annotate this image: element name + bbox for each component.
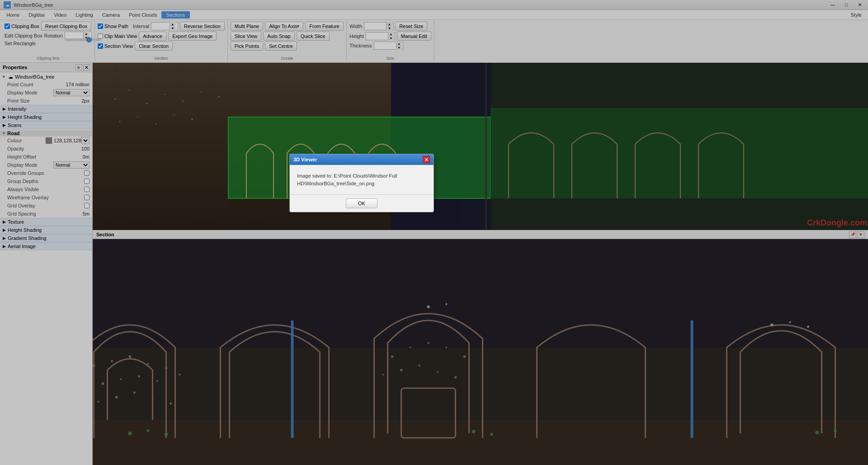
modal-ok-button[interactable]: OK bbox=[346, 198, 377, 208]
modal-footer: OK bbox=[290, 194, 434, 212]
modal-overlay: 3D Viewer ✕ Image saved to: E:\Point Clo… bbox=[0, 0, 868, 465]
modal-dialog: 3D Viewer ✕ Image saved to: E:\Point Clo… bbox=[289, 154, 434, 212]
modal-message-line1: Image saved to: E:\Point Clouds\Windsor … bbox=[297, 173, 397, 178]
modal-body: Image saved to: E:\Point Clouds\Windsor … bbox=[290, 165, 434, 194]
modal-title-bar: 3D Viewer ✕ bbox=[290, 154, 434, 165]
modal-close-button[interactable]: ✕ bbox=[423, 156, 430, 163]
modal-title: 3D Viewer bbox=[293, 157, 317, 162]
modal-message-line2: HD\WindsorBGa_tree\Side_on.png bbox=[297, 181, 374, 186]
